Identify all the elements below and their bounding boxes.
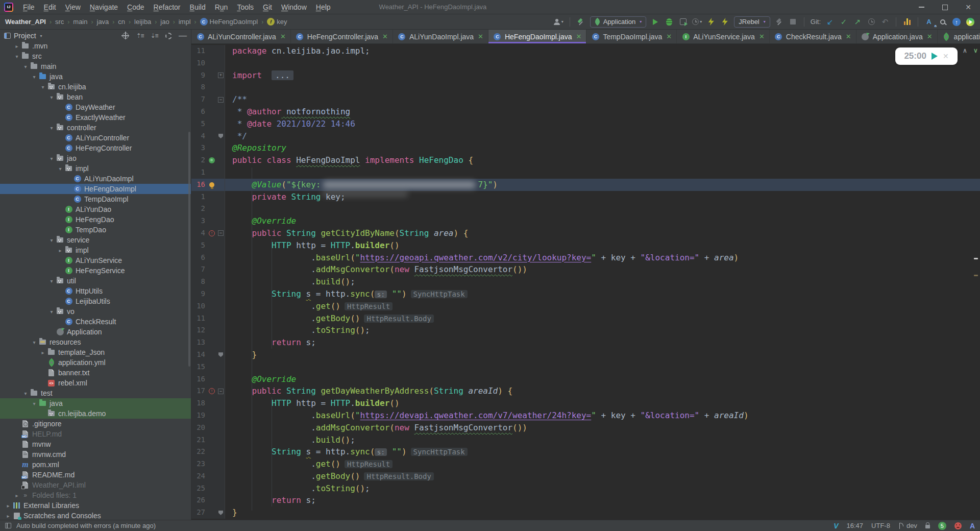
tab-ALiYunController.java[interactable]: CALiYunController.java✕ <box>191 30 291 43</box>
timer-play-icon[interactable] <box>932 53 938 60</box>
breadcrumb-item[interactable]: leijiba <box>134 18 151 26</box>
settings-gear-icon[interactable] <box>164 32 173 40</box>
tree-item[interactable]: ▸Scratches and Consoles <box>0 511 191 520</box>
git-branch-widget[interactable]: dev <box>898 522 917 529</box>
menu-item-help[interactable]: Help <box>311 0 335 14</box>
tree-item[interactable]: Weather_API.iml <box>0 480 191 490</box>
tree-item[interactable]: ▸template_Json <box>0 347 191 357</box>
code-line[interactable]: 4 */ <box>191 130 980 142</box>
fold-collapse-icon[interactable]: − <box>218 97 224 103</box>
ovr-gutter-icon[interactable]: ↑ <box>207 227 217 239</box>
fold-marker[interactable]: − <box>217 385 225 397</box>
maximize-icon[interactable] <box>933 0 957 14</box>
tree-chevron-icon[interactable]: ▸ <box>13 43 21 49</box>
tree-item[interactable]: CCheckResult <box>0 317 191 327</box>
hide-panel-icon[interactable]: — <box>179 32 187 40</box>
breadcrumb-item[interactable]: java <box>97 18 109 26</box>
tree-chevron-icon[interactable]: ▾ <box>30 401 38 406</box>
ovr-gutter-icon[interactable]: ↑ <box>207 385 217 397</box>
tab-close-icon[interactable]: ✕ <box>759 33 765 40</box>
tree-item[interactable]: ▾util <box>0 276 191 286</box>
tree-item[interactable]: ▾src <box>0 51 191 61</box>
run-config-select[interactable]: Application ▾ <box>590 16 647 28</box>
menu-item-build[interactable]: Build <box>185 0 210 14</box>
git-rollback-icon[interactable]: ↶ <box>880 17 890 27</box>
tree-item[interactable]: mvnw.cmd <box>0 449 191 460</box>
jrebel-run-icon[interactable] <box>706 17 716 27</box>
tree-item[interactable]: ▸»Folded files: 1 <box>0 490 191 500</box>
collapse-all-icon[interactable]: ⇣≡ <box>150 32 158 40</box>
tree-item[interactable]: Application <box>0 327 191 337</box>
build-disabled-icon[interactable] <box>775 17 784 27</box>
timer-close-icon[interactable]: ✕ <box>943 52 949 60</box>
tab-close-icon[interactable]: ✕ <box>666 33 672 40</box>
tree-chevron-icon[interactable]: ▸ <box>56 248 64 253</box>
run-icon[interactable] <box>651 17 660 27</box>
tree-item[interactable]: ▾main <box>0 61 191 71</box>
tree-item[interactable]: ▸.mvn <box>0 41 191 51</box>
code-line[interactable]: 2public class HeFengDaoImpl implements H… <box>191 154 980 166</box>
tree-chevron-icon[interactable]: ▸ <box>4 503 12 509</box>
tree-item[interactable]: CALiYunDaoImpl <box>0 174 191 184</box>
tree-item[interactable]: CHeFengController <box>0 143 191 153</box>
breadcrumb-item[interactable]: src <box>55 18 64 26</box>
tree-chevron-icon[interactable]: ▸ <box>39 350 47 355</box>
fold-collapse-icon[interactable]: − <box>218 230 224 236</box>
code-line[interactable]: 24 .getBody()HttpResult.Body <box>191 470 980 482</box>
tree-item[interactable]: IHeFengService <box>0 266 191 276</box>
code-line[interactable]: 20 .addMsgConvertor(new FastjsonMsgConve… <box>191 422 980 434</box>
chevron-down-icon[interactable]: ▾ <box>40 34 42 38</box>
git-commit-icon[interactable]: ✓ <box>839 17 848 27</box>
code-line[interactable]: 7 .addMsgConvertor(new FastjsonMsgConver… <box>191 263 980 276</box>
jrebel-select[interactable]: JRebel ▾ <box>734 16 770 28</box>
tree-item[interactable]: mvnw <box>0 439 191 449</box>
tree-chevron-icon[interactable]: ▾ <box>30 74 38 80</box>
lock-icon[interactable] <box>925 525 930 528</box>
tree-item[interactable]: ▾resources <box>0 337 191 347</box>
tree-chevron-icon[interactable]: ▾ <box>47 156 56 161</box>
tree-item[interactable]: CHttpUtils <box>0 286 191 296</box>
tab-HeFengDaoImpl.java[interactable]: CHeFengDaoImpl.java✕ <box>488 30 586 43</box>
tree-item[interactable]: CTempDaoImpl <box>0 194 191 204</box>
stop-icon[interactable] <box>789 17 798 27</box>
code-line[interactable]: 10 .get()HttpResult <box>191 300 980 312</box>
code-line[interactable]: 26 return s; <box>191 494 980 506</box>
tab-CheckResult.java[interactable]: CCheckResult.java✕ <box>770 30 856 43</box>
code-editor[interactable]: 11package cn.leijiba.jao.impl;109+import… <box>191 44 980 520</box>
bug-face-icon[interactable] <box>954 522 962 529</box>
breadcrumb-item[interactable]: impl <box>179 18 191 26</box>
code-line[interactable]: 13 return s; <box>191 336 980 349</box>
tree-item[interactable]: banner.txt <box>0 368 191 378</box>
code-line[interactable]: 23 .get()HttpResult <box>191 458 980 470</box>
tree-item[interactable]: ▾service <box>0 235 191 245</box>
git-history-icon[interactable] <box>867 17 876 27</box>
tab-TempDaoImpl.java[interactable]: CTempDaoImpl.java✕ <box>586 30 677 43</box>
fold-marker[interactable] <box>217 506 225 519</box>
code-line[interactable]: 12 .toString(); <box>191 324 980 336</box>
tree-chevron-icon[interactable]: ▸ <box>13 493 21 498</box>
breadcrumb-item[interactable]: fkey <box>267 18 287 26</box>
breadcrumb-item[interactable]: main <box>73 18 87 26</box>
menu-item-edit[interactable]: Edit <box>39 0 61 14</box>
tree-item[interactable]: ▾jao <box>0 153 191 163</box>
tree-item[interactable]: CDayWeather <box>0 102 191 112</box>
tree-chevron-icon[interactable]: ▸ <box>4 513 12 519</box>
menu-item-git[interactable]: Git <box>258 0 277 14</box>
menu-item-view[interactable]: View <box>61 0 85 14</box>
menu-item-tools[interactable]: Tools <box>232 0 258 14</box>
tree-chevron-icon[interactable]: ▾ <box>21 391 30 396</box>
tree-item[interactable]: CALiYunController <box>0 133 191 143</box>
pomodoro-timer-widget[interactable]: 25:00 ✕ <box>895 47 958 65</box>
minimize-icon[interactable] <box>910 0 933 14</box>
code-line[interactable]: 14 } <box>191 349 980 361</box>
fold-marker[interactable]: + <box>217 69 225 82</box>
tab-close-icon[interactable]: ✕ <box>576 33 581 40</box>
tree-item[interactable]: ▾vo <box>0 306 191 317</box>
tab-application.yml[interactable]: application.yml✕ <box>938 30 980 43</box>
code-line[interactable]: 7−/** <box>191 93 980 106</box>
fold-collapse-icon[interactable]: − <box>218 389 224 394</box>
fold-marker[interactable] <box>217 349 225 361</box>
fold-marker[interactable]: − <box>217 227 225 239</box>
locate-file-icon[interactable] <box>121 32 130 40</box>
tree-item[interactable]: CLeijibaUtils <box>0 296 191 306</box>
